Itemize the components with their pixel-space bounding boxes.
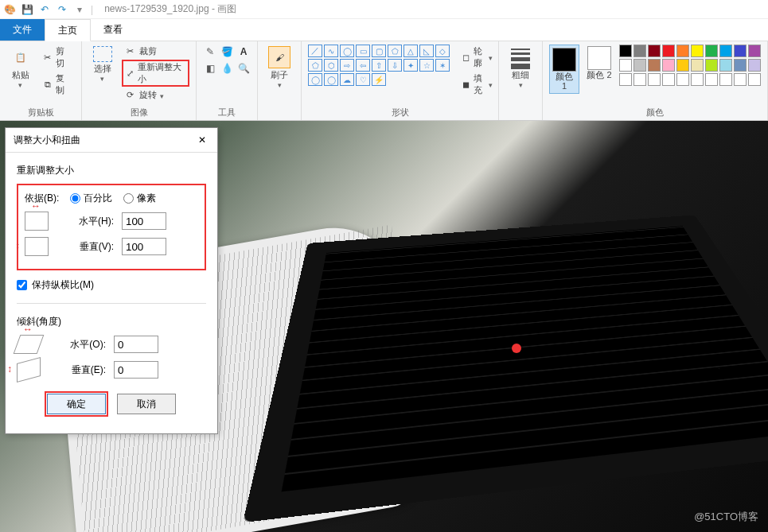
brush-button[interactable]: 🖌 刷子 (264, 45, 294, 91)
image-laptop (243, 215, 768, 522)
palette-empty-7[interactable] (719, 73, 732, 86)
palette-empty-5[interactable] (691, 73, 704, 86)
fill-tool[interactable]: 🪣 (220, 45, 234, 59)
redo-icon[interactable]: ↷ (56, 3, 68, 16)
shape-rtriangle[interactable]: ◺ (419, 45, 434, 57)
rotate-button[interactable]: ⟳旋转 (122, 88, 190, 102)
palette-color-2[interactable] (648, 45, 661, 57)
palette-color-4[interactable] (676, 45, 689, 57)
paste-button[interactable]: 📋 粘贴 (6, 45, 35, 91)
aspect-checkbox[interactable] (17, 280, 27, 290)
resize-section-label: 重新调整大小 (17, 164, 206, 177)
palette-color-19[interactable] (748, 59, 761, 72)
palette-empty-3[interactable] (662, 73, 675, 86)
eraser-tool[interactable]: ◧ (203, 61, 217, 76)
palette-color-9[interactable] (748, 45, 761, 57)
crop-button[interactable]: ✂裁剪 (122, 45, 190, 58)
palette-color-17[interactable] (719, 59, 732, 72)
radio-percent[interactable]: 百分比 (70, 192, 112, 205)
tab-file[interactable]: 文件 (0, 19, 45, 41)
tab-view[interactable]: 查看 (91, 19, 135, 41)
radio-pixel[interactable]: 像素 (123, 192, 156, 205)
shape-4star[interactable]: ✦ (403, 59, 418, 72)
skew-v-icon (17, 357, 41, 382)
shape-pentagon[interactable]: ⬠ (308, 59, 322, 72)
skew-h-icon (14, 335, 45, 354)
palette-color-12[interactable] (648, 59, 661, 72)
vertical-input[interactable] (122, 238, 166, 255)
palette-color-0[interactable] (619, 45, 632, 57)
horizontal-input[interactable] (122, 212, 166, 230)
color1-button[interactable]: 颜色 1 (549, 45, 579, 94)
undo-icon[interactable]: ↶ (38, 3, 51, 16)
palette-empty-8[interactable] (734, 73, 747, 86)
skew-h-input[interactable] (114, 336, 158, 353)
palette-empty-6[interactable] (705, 73, 718, 86)
shape-larrow[interactable]: ⇦ (356, 59, 370, 72)
palette-color-5[interactable] (691, 45, 704, 57)
pencil-tool[interactable]: ✎ (203, 45, 217, 59)
palette-color-3[interactable] (662, 45, 675, 57)
palette-color-13[interactable] (662, 59, 675, 72)
select-button[interactable]: 选择 (88, 45, 117, 85)
shape-callout-cloud[interactable]: ☁ (340, 73, 354, 86)
palette-color-16[interactable] (705, 59, 718, 72)
shape-roundrect[interactable]: ▢ (372, 45, 386, 57)
copy-button[interactable]: ⧉复制 (40, 72, 75, 97)
shape-line[interactable]: ／ (308, 45, 322, 57)
shape-rect[interactable]: ▭ (356, 45, 370, 57)
shape-uarrow[interactable]: ⇧ (372, 59, 386, 72)
resize-button[interactable]: ⤢重新调整大小 (122, 60, 190, 87)
shape-5star[interactable]: ☆ (419, 59, 434, 72)
divider: | (91, 4, 93, 15)
group-label-tools: 工具 (203, 105, 251, 118)
shape-curve[interactable]: ∿ (324, 45, 338, 57)
color2-button[interactable]: 颜色 2 (584, 45, 614, 81)
tab-home[interactable]: 主页 (45, 19, 91, 41)
palette-empty-4[interactable] (676, 73, 689, 86)
dialog-close-button[interactable]: ✕ (195, 133, 209, 147)
palette-color-11[interactable] (634, 59, 646, 72)
save-icon[interactable]: 💾 (21, 3, 33, 16)
shape-6star[interactable]: ✶ (435, 59, 450, 72)
cancel-button[interactable]: 取消 (117, 394, 176, 414)
shape-callout-round[interactable]: ◯ (308, 73, 322, 86)
shape-lightning[interactable]: ⚡ (372, 73, 386, 86)
palette-color-10[interactable] (619, 59, 632, 72)
shape-fill-button[interactable]: ◼填充 (459, 72, 496, 97)
palette-color-1[interactable] (634, 45, 646, 57)
shape-polygon[interactable]: ⬠ (388, 45, 402, 57)
shape-triangle[interactable]: △ (403, 45, 418, 57)
shape-outline-button[interactable]: ◻轮廓 (459, 45, 496, 70)
app-icon: 🎨 (3, 3, 16, 16)
radio-percent-input[interactable] (70, 193, 80, 204)
palette-color-8[interactable] (734, 45, 747, 57)
size-button[interactable]: 粗细 (505, 45, 536, 91)
palette-color-7[interactable] (719, 45, 732, 57)
shape-oval[interactable]: ◯ (340, 45, 354, 57)
palette-color-15[interactable] (691, 59, 704, 72)
qat-customize-icon[interactable]: ▾ (73, 3, 86, 16)
palette-empty-9[interactable] (748, 73, 761, 86)
shape-darrow[interactable]: ⇩ (388, 59, 402, 72)
palette-color-18[interactable] (734, 59, 747, 72)
skew-v-input[interactable] (114, 361, 158, 379)
ok-button[interactable]: 确定 (47, 394, 106, 414)
palette-empty-1[interactable] (634, 73, 646, 86)
picker-tool[interactable]: 💧 (220, 61, 234, 76)
shape-callout-oval[interactable]: ◯ (324, 73, 338, 86)
palette-empty-2[interactable] (648, 73, 661, 86)
shape-hexagon[interactable]: ⬡ (324, 59, 338, 72)
palette-color-6[interactable] (705, 45, 718, 57)
skew-h-label: 水平(O): (49, 338, 106, 351)
shape-diamond[interactable]: ◇ (435, 45, 450, 57)
palette-empty-0[interactable] (619, 73, 632, 86)
shape-gallery[interactable]: ／ ∿ ◯ ▭ ▢ ⬠ △ ◺ ◇ ⬠ ⬡ ⇨ ⇦ ⇧ ⇩ ✦ ☆ ✶ ◯ ◯ (308, 45, 450, 86)
shape-rarrow[interactable]: ⇨ (340, 59, 354, 72)
cut-button[interactable]: ✂剪切 (40, 45, 75, 70)
radio-pixel-input[interactable] (123, 193, 134, 204)
text-tool[interactable]: A (236, 45, 251, 59)
shape-heart[interactable]: ♡ (356, 73, 370, 86)
palette-color-14[interactable] (676, 59, 689, 72)
zoom-tool[interactable]: 🔍 (236, 61, 251, 76)
